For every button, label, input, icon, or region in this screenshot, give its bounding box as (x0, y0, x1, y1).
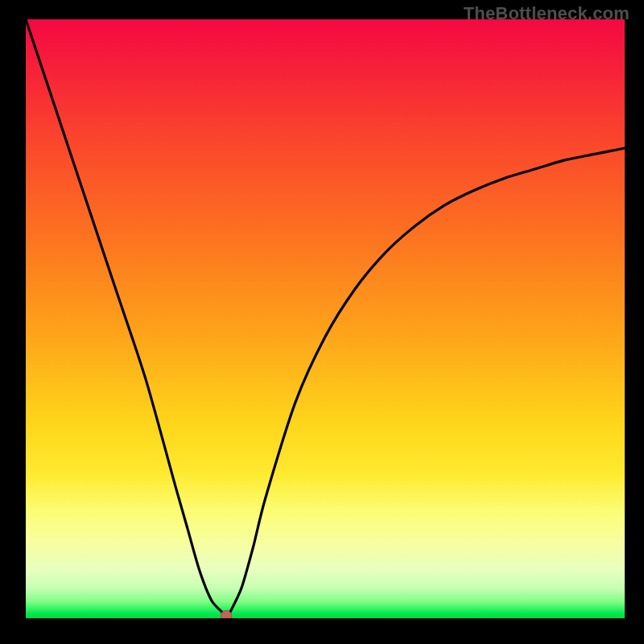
minimum-marker (221, 610, 232, 618)
curve-path (26, 19, 625, 618)
bottleneck-curve (26, 19, 625, 618)
chart-frame: TheBottleneck.com (0, 0, 644, 644)
plot-area (26, 19, 625, 618)
watermark-text: TheBottleneck.com (464, 3, 630, 24)
